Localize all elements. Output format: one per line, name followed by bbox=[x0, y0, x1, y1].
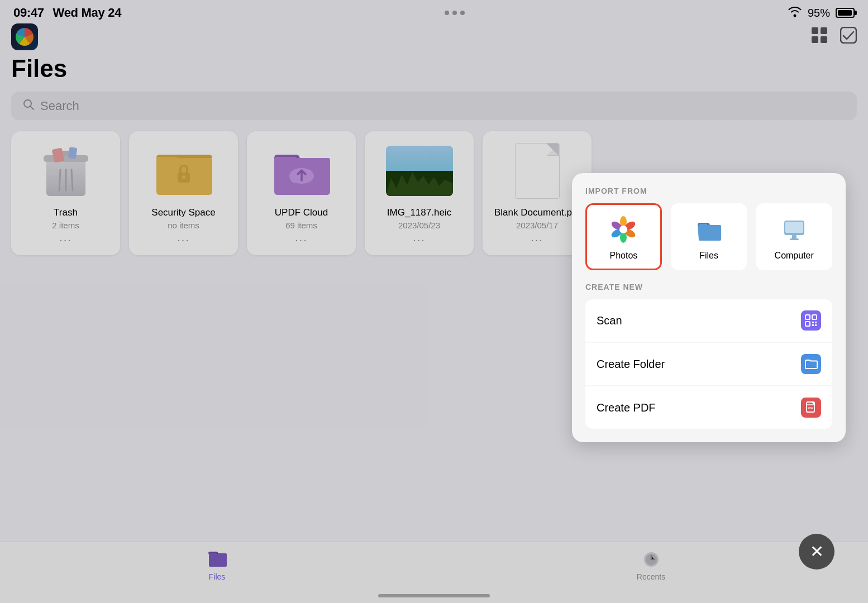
create-pdf-label: Create PDF bbox=[597, 401, 656, 414]
create-folder-label: Create Folder bbox=[597, 358, 665, 371]
svg-rect-40 bbox=[815, 324, 817, 326]
svg-rect-36 bbox=[805, 322, 810, 326]
svg-rect-32 bbox=[792, 235, 797, 238]
svg-rect-37 bbox=[812, 322, 814, 323]
close-button[interactable]: ✕ bbox=[799, 534, 834, 570]
svg-rect-39 bbox=[812, 324, 814, 326]
import-computer-button[interactable]: Computer bbox=[756, 203, 832, 270]
create-folder-icon bbox=[801, 354, 821, 374]
svg-rect-35 bbox=[812, 315, 817, 319]
svg-rect-33 bbox=[790, 238, 799, 240]
svg-text:PDF: PDF bbox=[808, 406, 813, 410]
import-section-title: IMPORT FROM bbox=[585, 186, 832, 195]
create-section-title: CREATE NEW bbox=[585, 283, 832, 291]
import-files-button[interactable]: Files bbox=[671, 203, 747, 270]
close-icon: ✕ bbox=[810, 543, 824, 560]
files-label: Files bbox=[699, 251, 718, 261]
popup-panel: IMPORT FROM Photos bbox=[572, 173, 846, 442]
svg-rect-31 bbox=[785, 222, 803, 233]
svg-rect-34 bbox=[805, 315, 810, 319]
create-pdf-icon: PDF bbox=[801, 398, 821, 418]
photos-label: Photos bbox=[609, 251, 637, 261]
create-folder-button[interactable]: Create Folder bbox=[585, 343, 832, 385]
photos-icon bbox=[607, 213, 640, 246]
scan-icon bbox=[801, 310, 821, 331]
create-new-section: CREATE NEW Scan Create Folder bbox=[585, 283, 832, 429]
scan-label: Scan bbox=[597, 314, 622, 327]
scan-button[interactable]: Scan bbox=[585, 299, 832, 342]
create-pdf-button[interactable]: Create PDF PDF bbox=[585, 386, 832, 429]
computer-label: Computer bbox=[775, 251, 814, 261]
import-photos-button[interactable]: Photos bbox=[585, 203, 662, 270]
svg-point-27 bbox=[619, 226, 627, 233]
svg-rect-38 bbox=[815, 322, 817, 323]
computer-icon bbox=[778, 213, 811, 246]
import-row: Photos Files bbox=[585, 203, 832, 270]
files-folder-icon bbox=[692, 213, 726, 246]
